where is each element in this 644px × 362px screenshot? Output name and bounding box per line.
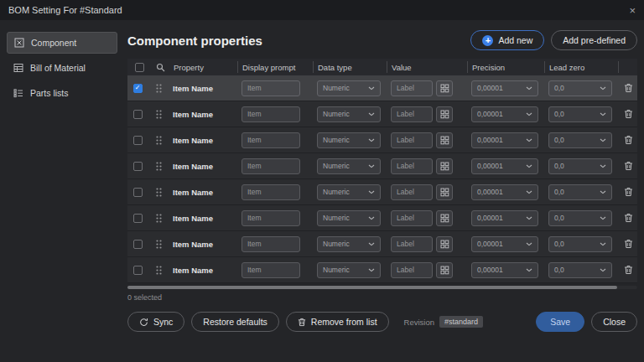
value-input[interactable]: [391, 132, 433, 148]
drag-handle-icon[interactable]: [156, 162, 162, 171]
sync-button[interactable]: Sync: [127, 312, 184, 332]
data-type-select[interactable]: Numeric: [317, 262, 381, 278]
precision-select[interactable]: 0,00001: [471, 132, 538, 148]
row-checkbox[interactable]: [133, 188, 143, 197]
precision-select[interactable]: 0,00001: [471, 262, 538, 278]
value-picker-button[interactable]: [436, 106, 453, 122]
list-icon: [13, 88, 23, 98]
drag-handle-icon[interactable]: [156, 84, 162, 93]
trash-icon: [624, 135, 633, 145]
value-picker-button[interactable]: [436, 184, 453, 200]
value-picker-button[interactable]: [436, 132, 453, 148]
value-input[interactable]: [391, 106, 433, 122]
add-new-button[interactable]: + Add new: [470, 30, 544, 50]
row-checkbox[interactable]: [133, 110, 143, 119]
display-prompt-input[interactable]: [242, 184, 300, 200]
precision-select[interactable]: 0,00001: [471, 158, 538, 174]
data-type-select[interactable]: Numeric: [317, 80, 381, 96]
drag-handle-icon[interactable]: [156, 266, 162, 275]
col-header-display-prompt: Display prompt: [238, 61, 314, 73]
row-checkbox[interactable]: [133, 84, 143, 93]
lead-zero-select[interactable]: 0,0: [548, 210, 612, 226]
precision-select[interactable]: 0,00001: [471, 106, 538, 122]
precision-select[interactable]: 0,00001: [471, 184, 538, 200]
precision-select[interactable]: 0,00001: [471, 80, 538, 96]
delete-row-button[interactable]: [624, 187, 633, 197]
row-checkbox[interactable]: [133, 266, 143, 275]
lead-zero-select[interactable]: 0,0: [548, 158, 612, 174]
value-input[interactable]: [391, 262, 433, 278]
value-input[interactable]: [391, 80, 433, 96]
drag-handle-icon[interactable]: [156, 240, 162, 249]
scrollbar-thumb[interactable]: [127, 286, 617, 289]
precision-select[interactable]: 0,00001: [471, 236, 538, 252]
value-input[interactable]: [391, 236, 433, 252]
display-prompt-input[interactable]: [242, 80, 300, 96]
close-icon[interactable]: ×: [629, 5, 636, 16]
delete-row-button[interactable]: [624, 161, 633, 171]
grid-icon: [440, 266, 449, 275]
data-type-select[interactable]: Numeric: [317, 106, 381, 122]
delete-row-button[interactable]: [624, 83, 633, 93]
lead-zero-select[interactable]: 0,0: [548, 262, 612, 278]
display-prompt-input[interactable]: [242, 236, 300, 252]
delete-row-button[interactable]: [624, 109, 633, 119]
data-type-select[interactable]: Numeric: [317, 210, 381, 226]
search-icon[interactable]: [156, 63, 165, 72]
lead-zero-select[interactable]: 0,0: [548, 80, 612, 96]
data-type-select[interactable]: Numeric: [317, 184, 381, 200]
value-input[interactable]: [391, 158, 433, 174]
restore-defaults-button[interactable]: Restore defaults: [191, 312, 278, 332]
value-picker-button[interactable]: [436, 158, 453, 174]
data-type-select[interactable]: Numeric: [317, 132, 381, 148]
close-button[interactable]: Close: [591, 312, 637, 332]
display-prompt-input[interactable]: [242, 210, 300, 226]
dialog-body: Component Bill of Material Parts lists C…: [0, 20, 644, 362]
row-checkbox[interactable]: [133, 136, 143, 145]
sidebar-item-bill-of-material[interactable]: Bill of Material: [7, 57, 117, 79]
delete-row-button[interactable]: [624, 265, 633, 275]
select-all-checkbox[interactable]: [135, 63, 144, 72]
value-picker-button[interactable]: [436, 210, 453, 226]
lead-zero-select[interactable]: 0,0: [548, 132, 612, 148]
display-prompt-input[interactable]: [242, 262, 300, 278]
chevron-down-icon: [368, 190, 375, 194]
value-input[interactable]: [391, 210, 433, 226]
sidebar-item-parts-lists[interactable]: Parts lists: [7, 82, 117, 104]
data-type-select[interactable]: Numeric: [317, 236, 381, 252]
precision-select[interactable]: 0,00001: [471, 210, 538, 226]
row-checkbox[interactable]: [133, 214, 143, 223]
display-prompt-input[interactable]: [242, 132, 300, 148]
drag-handle-icon[interactable]: [156, 136, 162, 145]
grid-icon: [440, 136, 449, 145]
data-type-select[interactable]: Numeric: [317, 158, 381, 174]
row-checkbox[interactable]: [133, 162, 143, 171]
revision-value-badge: #standard: [439, 316, 483, 328]
drag-handle-icon[interactable]: [156, 188, 162, 197]
sync-icon: [139, 318, 148, 327]
chevron-down-icon: [600, 138, 606, 142]
lead-zero-select[interactable]: 0,0: [548, 184, 612, 200]
delete-row-button[interactable]: [624, 135, 633, 145]
drag-handle-icon[interactable]: [156, 214, 162, 223]
display-prompt-input[interactable]: [242, 106, 300, 122]
value-picker-button[interactable]: [436, 262, 453, 278]
lead-zero-select[interactable]: 0,0: [548, 106, 612, 122]
selected-count: 0 selected: [127, 293, 637, 302]
dialog-title: BOM Setting For #Standard: [8, 5, 122, 15]
sidebar-item-component[interactable]: Component: [7, 32, 117, 54]
add-predefined-button[interactable]: Add pre-defined: [551, 30, 637, 50]
remove-from-list-button[interactable]: Remove from list: [286, 312, 389, 332]
lead-zero-select[interactable]: 0,0: [548, 236, 612, 252]
drag-handle-icon[interactable]: [156, 110, 162, 119]
value-input[interactable]: [391, 184, 433, 200]
save-button[interactable]: Save: [536, 312, 584, 332]
row-checkbox[interactable]: [133, 240, 143, 249]
value-picker-button[interactable]: [436, 80, 453, 96]
grid-icon: [440, 84, 449, 93]
delete-row-button[interactable]: [624, 213, 633, 223]
delete-row-button[interactable]: [624, 239, 633, 249]
display-prompt-input[interactable]: [242, 158, 300, 174]
plus-icon: +: [482, 35, 493, 46]
value-picker-button[interactable]: [436, 236, 453, 252]
